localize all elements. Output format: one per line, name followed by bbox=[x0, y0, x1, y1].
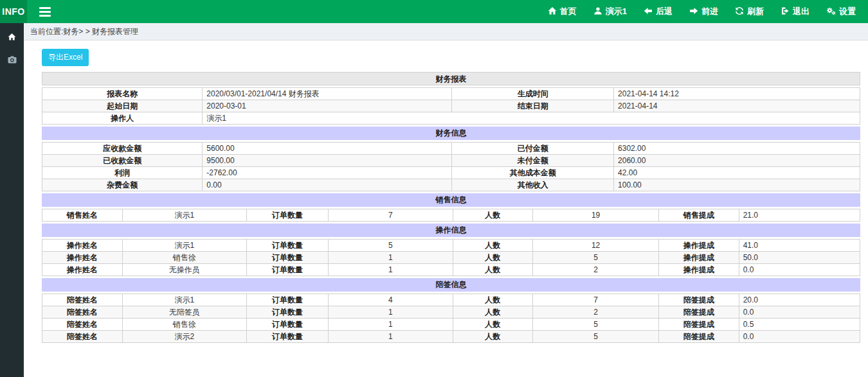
orders-value: 4 bbox=[329, 294, 453, 306]
commission-value: 20.0 bbox=[739, 294, 860, 306]
financial-report: 财务报表 报表名称 2020/03/01-2021/04/14 财务报表 生成时… bbox=[42, 72, 860, 343]
commission-value: 0.5 bbox=[739, 319, 860, 331]
orders-label: 订单数量 bbox=[246, 240, 328, 252]
sidebar-item-home[interactable] bbox=[0, 28, 24, 48]
table-row: 操作人 演示1 bbox=[42, 112, 860, 125]
main-content: 当前位置:财务> > 财务报表管理 导出Excel 财务报表 报表名称 2020… bbox=[24, 23, 868, 377]
section-header-finance: 财务信息 bbox=[42, 127, 860, 140]
finance-value: -2762.00 bbox=[203, 167, 452, 179]
section-header-sales: 销售信息 bbox=[42, 193, 860, 207]
people-label: 人数 bbox=[453, 331, 533, 343]
nav-settings[interactable]: 设置 bbox=[818, 0, 864, 23]
commission-value: 0.0 bbox=[739, 331, 860, 343]
ops-table: 操作姓名 演示1 订单数量 5 人数 12 操作提成 41.0 操作姓名 销售徐… bbox=[42, 239, 860, 276]
commission-value: 0.0 bbox=[739, 306, 860, 319]
meta-value: 2020/03/01-2021/04/14 财务报表 bbox=[203, 88, 452, 100]
commission-label: 操作提成 bbox=[659, 264, 739, 276]
table-row: 陪签姓名 销售徐 订单数量 1 人数 5 陪签提成 0.5 bbox=[42, 319, 860, 331]
finance-label: 其他成本金额 bbox=[452, 167, 614, 179]
escort-name: 无陪签员 bbox=[122, 306, 246, 319]
nav-forward[interactable]: 前进 bbox=[681, 0, 727, 23]
commission-label: 陪签提成 bbox=[659, 331, 739, 343]
nav-label: 后退 bbox=[656, 6, 673, 17]
people-label: 人数 bbox=[453, 209, 533, 222]
finance-label: 杂费金额 bbox=[42, 179, 203, 191]
table-row: 报表名称 2020/03/01-2021/04/14 财务报表 生成时间 202… bbox=[42, 88, 860, 100]
export-excel-button[interactable]: 导出Excel bbox=[42, 49, 89, 66]
meta-label: 操作人 bbox=[42, 112, 203, 125]
table-row: 杂费金额 0.00 其他收入 100.00 bbox=[42, 179, 860, 191]
report-meta-table: 报表名称 2020/03/01-2021/04/14 财务报表 生成时间 202… bbox=[42, 87, 860, 125]
finance-value: 9500.00 bbox=[203, 155, 452, 167]
breadcrumb: 当前位置:财务> > 财务报表管理 bbox=[24, 23, 868, 40]
people-label: 人数 bbox=[453, 294, 533, 306]
back-arrow-icon bbox=[644, 6, 653, 17]
finance-value: 6302.00 bbox=[614, 143, 860, 155]
ops-name-label: 操作姓名 bbox=[42, 264, 123, 276]
nav-home[interactable]: 首页 bbox=[539, 0, 585, 23]
meta-label: 报表名称 bbox=[42, 88, 203, 100]
nav-user[interactable]: 演示1 bbox=[585, 0, 635, 23]
hamburger-menu-icon[interactable] bbox=[37, 3, 53, 21]
orders-label: 订单数量 bbox=[246, 209, 328, 222]
escort-name-label: 陪签姓名 bbox=[42, 294, 123, 306]
commission-label: 陪签提成 bbox=[659, 294, 739, 306]
meta-value: 2020-03-01 bbox=[203, 100, 452, 112]
people-value: 12 bbox=[533, 240, 659, 252]
nav-label: 设置 bbox=[839, 6, 856, 17]
people-label: 人数 bbox=[453, 240, 533, 252]
section-header-ops: 操作信息 bbox=[42, 224, 860, 237]
ops-name: 无操作员 bbox=[122, 264, 246, 276]
nav-back[interactable]: 后退 bbox=[635, 0, 681, 23]
home-icon bbox=[8, 32, 16, 44]
commission-value: 41.0 bbox=[739, 240, 860, 252]
people-value: 2 bbox=[533, 306, 659, 319]
finance-label: 利润 bbox=[42, 167, 203, 179]
meta-label: 起始日期 bbox=[42, 100, 203, 112]
table-row: 陪签姓名 演示2 订单数量 1 人数 5 陪签提成 0.0 bbox=[42, 331, 860, 343]
table-row: 起始日期 2020-03-01 结束日期 2021-04-14 bbox=[42, 100, 860, 112]
home-icon bbox=[548, 6, 557, 17]
table-row: 利润 -2762.00 其他成本金额 42.00 bbox=[42, 167, 860, 179]
orders-value: 1 bbox=[329, 252, 453, 264]
orders-label: 订单数量 bbox=[246, 331, 328, 343]
nav-refresh[interactable]: 刷新 bbox=[727, 0, 772, 23]
table-row: 应收款金额 5600.00 已付金额 6302.00 bbox=[42, 143, 860, 155]
sidebar-item-camera[interactable] bbox=[0, 51, 24, 71]
people-value: 5 bbox=[533, 319, 659, 331]
orders-value: 7 bbox=[329, 209, 453, 222]
commission-value: 50.0 bbox=[739, 252, 860, 264]
finance-value: 0.00 bbox=[203, 179, 452, 191]
people-label: 人数 bbox=[453, 252, 533, 264]
nav-label: 退出 bbox=[793, 6, 809, 17]
sales-name: 演示1 bbox=[122, 209, 246, 222]
finance-value: 100.00 bbox=[614, 179, 860, 191]
report-title: 财务报表 bbox=[42, 72, 860, 85]
logout-icon bbox=[781, 6, 790, 17]
table-row: 操作姓名 销售徐 订单数量 1 人数 5 操作提成 50.0 bbox=[42, 252, 860, 264]
orders-value: 1 bbox=[329, 319, 453, 331]
escort-name-label: 陪签姓名 bbox=[42, 319, 123, 331]
escort-name: 演示2 bbox=[122, 331, 246, 343]
finance-label: 未付金额 bbox=[452, 155, 614, 167]
nav-logout[interactable]: 退出 bbox=[772, 0, 818, 23]
table-row: 陪签姓名 无陪签员 订单数量 1 人数 2 陪签提成 0.0 bbox=[42, 306, 860, 319]
top-nav: 首页 演示1 后退 前进 刷新 退出 bbox=[539, 0, 868, 23]
refresh-icon bbox=[735, 6, 744, 17]
orders-value: 1 bbox=[329, 264, 453, 276]
table-row: 已收款金额 9500.00 未付金额 2060.00 bbox=[42, 155, 860, 167]
commission-value: 0.0 bbox=[739, 264, 860, 276]
breadcrumb-text: 当前位置:财务> > 财务报表管理 bbox=[30, 26, 138, 37]
table-row: 销售姓名 演示1 订单数量 7 人数 19 销售提成 21.0 bbox=[42, 209, 860, 222]
brand-logo[interactable]: INFO bbox=[0, 0, 27, 23]
people-value: 5 bbox=[533, 331, 659, 343]
meta-value: 演示1 bbox=[203, 112, 860, 125]
people-value: 2 bbox=[533, 264, 659, 276]
orders-label: 订单数量 bbox=[246, 306, 328, 319]
meta-value: 2021-04-14 bbox=[614, 100, 860, 112]
user-icon bbox=[593, 6, 602, 17]
finance-value: 5600.00 bbox=[203, 143, 452, 155]
escort-name-label: 陪签姓名 bbox=[42, 331, 123, 343]
finance-label: 已付金额 bbox=[452, 143, 614, 155]
ops-name-label: 操作姓名 bbox=[42, 240, 123, 252]
